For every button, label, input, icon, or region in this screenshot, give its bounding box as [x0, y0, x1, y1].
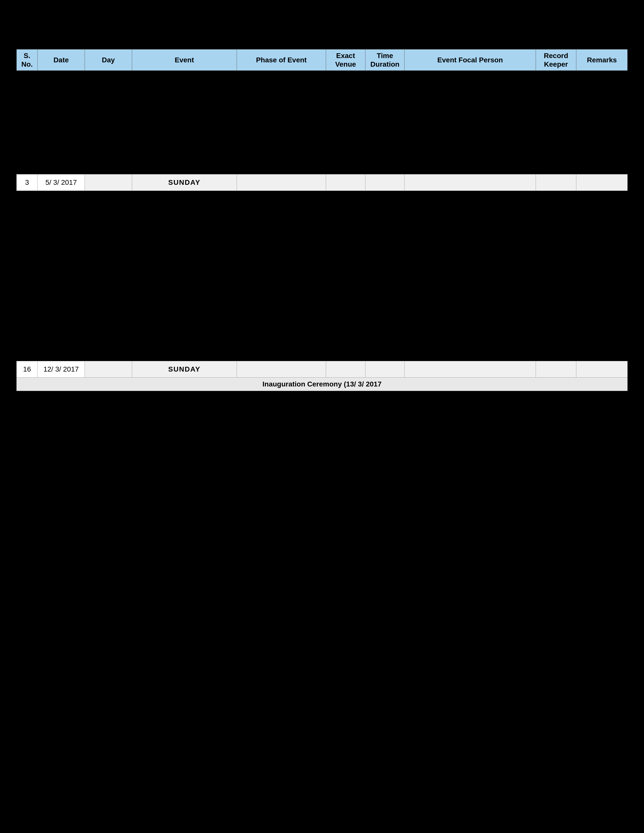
- header-table-section: S. No. Date Day Event Phase of Event Exa…: [16, 49, 628, 71]
- cell-time: [365, 174, 404, 191]
- inauguration-text: Inauguration Ceremony (13/ 3/ 2017: [17, 378, 628, 391]
- header-keeper: Record Keeper: [536, 50, 576, 71]
- table-header-row: S. No. Date Day Event Phase of Event Exa…: [17, 50, 628, 71]
- header-phase: Phase of Event: [237, 50, 326, 71]
- cell-day: [85, 361, 132, 378]
- header-remarks: Remarks: [576, 50, 628, 71]
- cell-remarks: [576, 174, 628, 191]
- cell-phase: [237, 361, 326, 378]
- table-row: 16 12/ 3/ 2017 SUNDAY: [17, 361, 628, 378]
- header-venue: Exact Venue: [326, 50, 365, 71]
- cell-event: SUNDAY: [132, 361, 237, 378]
- row3-table: 3 5/ 3/ 2017 SUNDAY: [16, 174, 628, 191]
- cell-venue: [326, 361, 365, 378]
- header-event: Event: [132, 50, 237, 71]
- cell-remarks: [576, 361, 628, 378]
- cell-focal: [404, 361, 536, 378]
- cell-keeper: [536, 361, 576, 378]
- cell-keeper: [536, 174, 576, 191]
- cell-date: 5/ 3/ 2017: [38, 174, 85, 191]
- main-table: S. No. Date Day Event Phase of Event Exa…: [16, 49, 628, 71]
- cell-time: [365, 361, 404, 378]
- header-focal: Event Focal Person: [404, 50, 536, 71]
- cell-day: [85, 174, 132, 191]
- cell-date: 12/ 3/ 2017: [38, 361, 85, 378]
- header-sno: S. No.: [17, 50, 38, 71]
- header-date: Date: [38, 50, 85, 71]
- cell-sno: 16: [17, 361, 38, 378]
- cell-venue: [326, 174, 365, 191]
- cell-phase: [237, 174, 326, 191]
- page: S. No. Date Day Event Phase of Event Exa…: [0, 0, 644, 833]
- header-day: Day: [85, 50, 132, 71]
- header-time: Time Duration: [365, 50, 404, 71]
- cell-sno: 3: [17, 174, 38, 191]
- row16-section: 16 12/ 3/ 2017 SUNDAY Inauguration Cerem…: [16, 361, 628, 391]
- inauguration-row: Inauguration Ceremony (13/ 3/ 2017: [17, 378, 628, 391]
- row16-table: 16 12/ 3/ 2017 SUNDAY Inauguration Cerem…: [16, 361, 628, 391]
- row3-section: 3 5/ 3/ 2017 SUNDAY: [16, 174, 628, 191]
- table-row: 3 5/ 3/ 2017 SUNDAY: [17, 174, 628, 191]
- cell-focal: [404, 174, 536, 191]
- cell-event: SUNDAY: [132, 174, 237, 191]
